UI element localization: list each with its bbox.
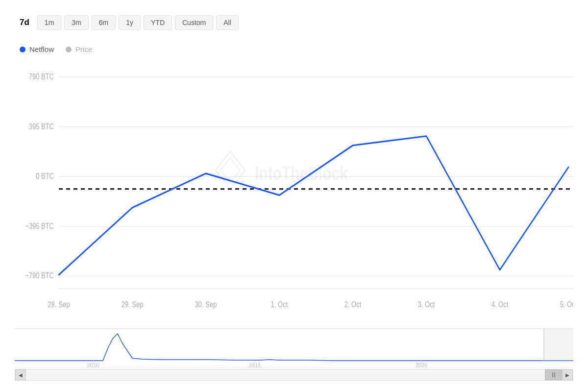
price-label: Price xyxy=(75,45,92,53)
time-btn-all[interactable]: All xyxy=(216,15,239,30)
scrollbar[interactable]: ◀ ▶ xyxy=(15,369,573,381)
svg-text:5. Oct: 5. Oct xyxy=(560,300,573,309)
time-btn-7d[interactable]: 7d xyxy=(15,15,34,30)
svg-text:28. Sep: 28. Sep xyxy=(48,300,70,309)
scroll-left-arrow[interactable]: ◀ xyxy=(15,369,26,380)
time-btn-1m[interactable]: 1m xyxy=(37,15,61,30)
time-range-selector: 7d 1m 3m 6m 1y YTD Custom All xyxy=(15,10,573,35)
svg-text:29. Sep: 29. Sep xyxy=(122,300,144,309)
svg-rect-32 xyxy=(544,329,573,362)
netflow-line xyxy=(59,136,568,275)
scroll-thumb[interactable] xyxy=(545,369,562,380)
time-btn-custom[interactable]: Custom xyxy=(175,15,213,30)
svg-text:790 BTC: 790 BTC xyxy=(29,73,54,81)
legend-price[interactable]: Price xyxy=(66,45,92,53)
chart-wrapper: 790 BTC 395 BTC 0 BTC −395 BTC −790 BTC … xyxy=(15,58,573,382)
netflow-label: Netflow xyxy=(29,45,54,53)
svg-text:3. Oct: 3. Oct xyxy=(418,300,435,309)
svg-text:−395 BTC: −395 BTC xyxy=(25,221,54,230)
svg-text:2. Oct: 2. Oct xyxy=(344,300,362,309)
chart-legend: Netflow Price xyxy=(15,45,573,53)
svg-text:1. Oct: 1. Oct xyxy=(271,300,288,309)
netflow-dot xyxy=(20,47,25,52)
svg-text:30. Sep: 30. Sep xyxy=(195,300,217,309)
scroll-right-arrow[interactable]: ▶ xyxy=(562,369,573,380)
mini-chart-container: 2010 2015 2020 ◀ xyxy=(15,328,573,382)
scroll-track[interactable] xyxy=(26,369,562,380)
mini-chart-svg: 2010 2015 2020 xyxy=(15,329,573,368)
time-btn-3m[interactable]: 3m xyxy=(64,15,88,30)
time-btn-6m[interactable]: 6m xyxy=(92,15,116,30)
price-dot xyxy=(66,47,72,52)
grip-line-1 xyxy=(552,372,553,377)
time-btn-ytd[interactable]: YTD xyxy=(144,15,172,30)
watermark: IntoTheBlock xyxy=(216,151,348,189)
svg-text:4. Oct: 4. Oct xyxy=(491,300,509,309)
legend-netflow[interactable]: Netflow xyxy=(20,45,54,53)
svg-text:−790 BTC: −790 BTC xyxy=(25,271,54,280)
svg-text:395 BTC: 395 BTC xyxy=(29,122,54,131)
svg-text:0 BTC: 0 BTC xyxy=(36,172,54,181)
main-chart-svg: 790 BTC 395 BTC 0 BTC −395 BTC −790 BTC … xyxy=(15,58,573,326)
scroll-thumb-grip xyxy=(552,372,555,377)
time-btn-1y[interactable]: 1y xyxy=(119,15,141,30)
grip-line-2 xyxy=(554,372,555,377)
main-chart[interactable]: 790 BTC 395 BTC 0 BTC −395 BTC −790 BTC … xyxy=(15,58,573,326)
